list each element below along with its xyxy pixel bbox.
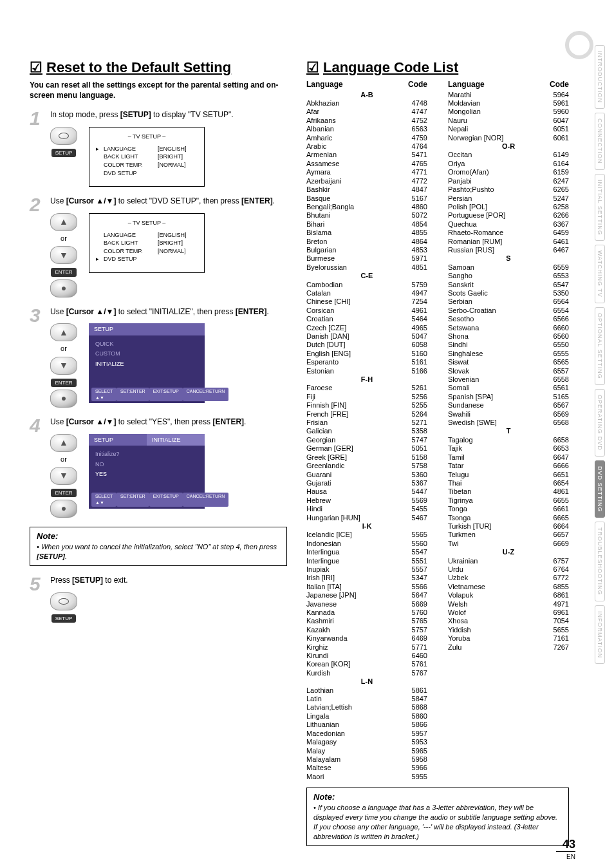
lang-row: Georgian5747	[306, 436, 427, 444]
arrow-icon	[96, 239, 104, 247]
enter-label: ENTER	[51, 268, 76, 276]
enter-button-icon: ●	[50, 390, 77, 408]
lang-name: Kirundi	[306, 652, 328, 660]
lang-code: 6569	[554, 410, 569, 419]
lang-name: Cambodian	[306, 281, 342, 289]
lang-code: 6460	[412, 652, 427, 660]
page-lang-code: EN	[556, 851, 575, 860]
lang-row: Tagalog6658	[448, 436, 569, 444]
arrow-icon	[96, 169, 104, 178]
corner-decoration	[565, 31, 593, 59]
lang-section-header: C-E	[306, 272, 427, 280]
note-body: • When you want to cancel the initializa…	[37, 542, 280, 561]
tv-row: ▸DVD SETUP	[96, 255, 198, 263]
lang-name: Finnish [FIN]	[306, 401, 346, 410]
lang-name: Corsican	[306, 307, 334, 315]
lang-code: 5760	[412, 609, 427, 617]
side-tab-watching-tv[interactable]: WATCHING TV	[595, 245, 605, 303]
lang-code: 4864	[412, 238, 427, 246]
lang-row: Finnish [FIN]5255	[306, 401, 427, 410]
lang-code: 6861	[554, 591, 569, 599]
side-tab-introduction[interactable]: INTRODUCTION	[595, 45, 605, 109]
side-tab-optional-setting[interactable]: OPTIONAL SETTING	[595, 307, 605, 385]
lang-name: Tsonga	[448, 514, 470, 522]
lang-row: Quechua6367	[448, 220, 569, 229]
lang-code: 5557	[412, 565, 427, 574]
lang-name: Burmese	[306, 254, 335, 263]
lang-code: 5866	[412, 721, 427, 729]
lang-section-header: T	[448, 427, 569, 435]
lang-code: 5860	[412, 712, 427, 721]
footer-hint: SET:ENTER	[116, 493, 149, 507]
cursor-down-icon: ▼	[50, 246, 77, 264]
lang-name: Shona	[448, 332, 469, 341]
lang-name: Dutch [DUT]	[306, 341, 346, 349]
column-left: ☑ Reset to the Default Setting You can r…	[30, 59, 287, 842]
footer-hint: SELECT ▲▼	[91, 493, 116, 507]
lang-row: Turkish [TUR]6664	[448, 522, 569, 531]
lang-code: 5547	[412, 548, 427, 556]
lang-code: 4860	[412, 203, 427, 211]
lang-name: Galician	[306, 427, 332, 435]
lang-code: 6653	[554, 444, 569, 453]
lang-name: Arabic	[306, 142, 326, 151]
lang-name: Kinyarwanda	[306, 634, 348, 643]
lang-name: Kannada	[306, 609, 335, 617]
side-tab-troubleshooting[interactable]: TROUBLESHOOTING	[595, 522, 605, 601]
lang-row: Nepali6051	[448, 125, 569, 133]
lang-name: Japanese [JPN]	[306, 591, 357, 599]
lang-row: Hebrew5569	[306, 496, 427, 505]
lang-row: Singhalese6555	[448, 350, 569, 358]
lang-row: Galician5358	[306, 427, 427, 435]
or-text: or	[60, 455, 67, 464]
lang-name: Bashkir	[306, 185, 330, 194]
lang-name: Spanish [SPA]	[448, 393, 493, 401]
lang-row: Albanian6563	[306, 125, 427, 133]
lang-code: 6560	[554, 332, 569, 341]
step-5: 5 Press [SETUP] to exit. SETUP	[30, 575, 287, 623]
purple-header-row: SETUP INITIALIZE	[89, 434, 205, 446]
lang-row: Telugu6651	[448, 471, 569, 479]
lang-row: Kashmiri5765	[306, 617, 427, 625]
t: Use	[50, 417, 66, 426]
t: .	[244, 417, 246, 426]
lang-row: Twi6669	[448, 540, 569, 548]
lang-row: Tigrinya6655	[448, 496, 569, 505]
lang-row: Lingala5860	[306, 712, 427, 721]
check-icon: ☑	[30, 59, 42, 76]
lang-row: Fiji5256	[306, 393, 427, 401]
lang-row: Abkhazian4748	[306, 99, 427, 108]
lang-name: Turkmen	[448, 531, 476, 539]
side-tab-dvd-setting[interactable]: DVD SETTING	[595, 460, 605, 518]
tv-label: COLOR TEMP.	[104, 161, 158, 169]
lang-row: Icelandic [ICE]5565	[306, 531, 427, 539]
lang-row: Kurdish5767	[306, 669, 427, 677]
note-body: • If you choose a language that has a 3-…	[313, 803, 562, 841]
side-tab-information[interactable]: INFORMATION	[595, 605, 605, 664]
lang-code: 6567	[554, 401, 569, 410]
tv-value: [ENGLISH]	[158, 231, 187, 240]
lang-name: Turkish [TUR]	[448, 522, 491, 531]
lang-row: Latvian;Lettish5868	[306, 703, 427, 712]
lang-row: Ukrainian6757	[448, 557, 569, 565]
tv-label: DVD SETUP	[104, 255, 158, 263]
side-tab-connection[interactable]: CONNECTION	[595, 113, 605, 170]
lang-name: Bislama	[306, 229, 331, 237]
lang-row: Bhutani5072	[306, 211, 427, 220]
lang-code: 5367	[412, 479, 427, 487]
lang-row: Marathi5964	[448, 91, 569, 99]
enter-button-icon: ●	[50, 279, 77, 297]
lang-code: 7161	[554, 634, 569, 643]
side-tab-initial-setting[interactable]: INITIAL SETTING	[595, 174, 605, 241]
side-tab-operating-dvd[interactable]: OPERATING DVD	[595, 389, 605, 457]
tv-title: – TV SETUP –	[96, 218, 198, 231]
remote-cursor-enter: ▲ or ▼ ENTER ●	[50, 434, 77, 518]
lang-row: Serbian6564	[448, 297, 569, 306]
lang-name: Interlingua	[306, 548, 339, 556]
lang-row: Mongolian5960	[448, 108, 569, 116]
lang-row: Oromo(Afan)6159	[448, 168, 569, 176]
lang-name: Nepali	[448, 125, 468, 133]
lang-head: Language Code	[306, 80, 427, 90]
lang-code: 6159	[554, 168, 569, 176]
tv-row: DVD SETUP	[96, 169, 198, 178]
